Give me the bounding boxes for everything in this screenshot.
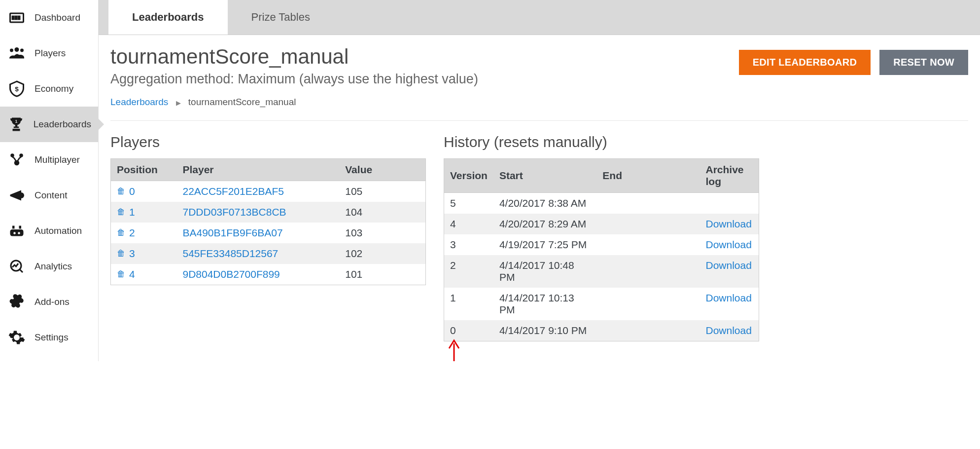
tab-prize-tables[interactable]: Prize Tables <box>228 0 334 35</box>
sidebar-item-players[interactable]: Players <box>0 36 98 71</box>
history-version: 4 <box>444 214 493 234</box>
history-col-start: Start <box>493 159 596 193</box>
table-row: 04/14/2017 9:10 PMDownload <box>444 320 759 341</box>
player-position[interactable]: 0 <box>129 186 135 197</box>
players-col-value: Value <box>339 159 425 181</box>
download-link[interactable]: Download <box>706 218 752 229</box>
download-link[interactable]: Download <box>706 292 752 303</box>
history-version: 5 <box>444 193 493 214</box>
breadcrumb-root[interactable]: Leaderboards <box>110 97 168 107</box>
table-row: 🗑2BA490B1FB9F6BA07103 <box>111 223 426 243</box>
svg-point-5 <box>10 49 13 52</box>
sidebar-item-label: Players <box>35 48 66 59</box>
svg-point-12 <box>14 160 20 166</box>
sidebar-item-label: Content <box>35 190 68 201</box>
history-start: 4/19/2017 7:25 PM <box>493 234 596 255</box>
svg-rect-16 <box>12 226 15 229</box>
history-end <box>596 320 700 341</box>
reset-now-button[interactable]: RESET NOW <box>879 50 968 75</box>
trash-icon[interactable]: 🗑 <box>117 207 125 217</box>
players-col-player: Player <box>176 159 339 181</box>
download-link[interactable]: Download <box>706 260 752 271</box>
sidebar-item-label: Settings <box>35 332 69 343</box>
table-row: 44/20/2017 8:29 AMDownload <box>444 214 759 234</box>
sidebar-item-content[interactable]: Content <box>0 178 98 213</box>
tab-leaderboards[interactable]: Leaderboards <box>108 0 228 35</box>
player-id-link[interactable]: 7DDD03F0713BC8CB <box>182 206 286 218</box>
player-value: 105 <box>339 181 425 202</box>
history-end <box>596 193 700 214</box>
sidebar-item-multiplayer[interactable]: Multiplayer <box>0 142 98 178</box>
svg-rect-1 <box>12 16 14 19</box>
player-value: 103 <box>339 223 425 243</box>
player-value: 102 <box>339 243 425 264</box>
history-end <box>596 288 700 320</box>
automation-icon <box>7 222 27 240</box>
economy-icon: $ <box>7 80 27 98</box>
tabs: Leaderboards Prize Tables <box>99 0 980 35</box>
sidebar-item-settings[interactable]: Settings <box>0 320 98 355</box>
trash-icon[interactable]: 🗑 <box>117 249 125 259</box>
trash-icon[interactable]: 🗑 <box>117 269 125 279</box>
page-title: tournamentScore_manual <box>110 45 478 69</box>
main-content: Leaderboards Prize Tables tournamentScor… <box>99 0 980 361</box>
sidebar-item-label: Dashboard <box>35 12 80 23</box>
table-row: 24/14/2017 10:48 PMDownload <box>444 255 759 288</box>
sidebar: Dashboard Players $ Economy 1 Leaderboar… <box>0 0 99 361</box>
svg-point-15 <box>18 232 20 234</box>
sidebar-item-leaderboards[interactable]: 1 Leaderboards <box>0 107 98 142</box>
player-position[interactable]: 2 <box>129 227 135 239</box>
annotation-arrow-icon <box>447 338 461 361</box>
sidebar-item-economy[interactable]: $ Economy <box>0 71 98 107</box>
add-ons-icon <box>7 293 27 311</box>
svg-point-4 <box>15 47 19 52</box>
history-version: 0 <box>444 320 493 341</box>
player-position[interactable]: 3 <box>129 248 135 260</box>
sidebar-item-add-ons[interactable]: Add-ons <box>0 284 98 320</box>
sidebar-item-label: Multiplayer <box>35 154 80 165</box>
players-col-position: Position <box>111 159 177 181</box>
history-archive: Download <box>700 255 759 288</box>
players-icon <box>7 44 27 62</box>
sidebar-item-automation[interactable]: Automation <box>0 213 98 249</box>
table-row: 🗑17DDD03F0713BC8CB104 <box>111 202 426 223</box>
history-col-version: Version <box>444 159 493 193</box>
analytics-icon <box>7 258 27 275</box>
svg-rect-3 <box>18 16 20 19</box>
svg-point-14 <box>13 232 16 234</box>
player-id-link[interactable]: BA490B1FB9F6BA07 <box>182 227 282 238</box>
players-panel-title: Players <box>110 134 426 150</box>
svg-rect-2 <box>15 16 17 19</box>
svg-rect-13 <box>10 229 24 236</box>
history-archive: Download <box>700 320 759 341</box>
sidebar-item-label: Analytics <box>35 261 72 272</box>
sidebar-item-analytics[interactable]: Analytics <box>0 249 98 284</box>
history-start: 4/20/2017 8:29 AM <box>493 214 596 234</box>
svg-rect-17 <box>19 226 22 229</box>
trash-icon[interactable]: 🗑 <box>117 187 125 196</box>
player-id-link[interactable]: 9D804D0B2700F899 <box>182 268 280 280</box>
leaderboards-icon: 1 <box>7 115 26 133</box>
download-link[interactable]: Download <box>706 239 752 250</box>
trash-icon[interactable]: 🗑 <box>117 228 125 238</box>
player-value: 101 <box>339 264 425 285</box>
player-position[interactable]: 4 <box>129 268 135 280</box>
sidebar-item-dashboard[interactable]: Dashboard <box>0 0 98 36</box>
history-archive: Download <box>700 288 759 320</box>
history-version: 3 <box>444 234 493 255</box>
players-panel: Players Position Player Value 🗑022ACC5F2… <box>110 134 426 341</box>
edit-leaderboard-button[interactable]: EDIT LEADERBOARD <box>739 50 871 75</box>
svg-text:$: $ <box>15 85 19 93</box>
player-id-link[interactable]: 545FE33485D12567 <box>182 248 278 259</box>
history-col-end: End <box>596 159 700 193</box>
svg-text:1: 1 <box>15 119 17 124</box>
history-panel: History (resets manually) Version Start … <box>444 134 759 341</box>
svg-rect-8 <box>12 129 20 131</box>
sidebar-item-label: Add-ons <box>35 297 70 307</box>
history-archive: Download <box>700 234 759 255</box>
dashboard-icon <box>7 9 27 27</box>
player-position[interactable]: 1 <box>129 206 135 218</box>
player-id-link[interactable]: 22ACC5F201E2BAF5 <box>182 186 283 197</box>
download-link[interactable]: Download <box>706 325 752 336</box>
sidebar-item-label: Leaderboards <box>34 119 91 130</box>
